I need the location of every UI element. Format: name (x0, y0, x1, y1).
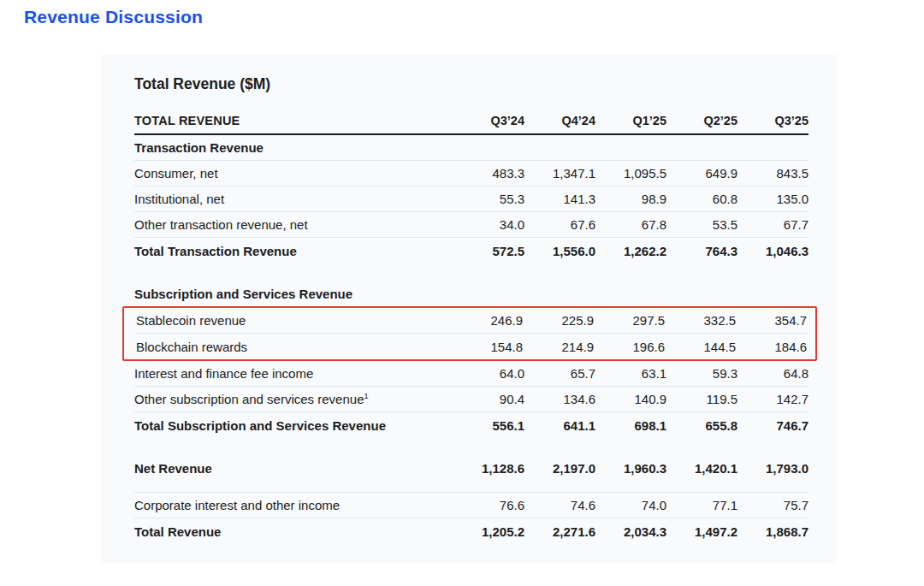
value-cell: 1,497.2 (666, 524, 737, 539)
row-label: Corporate interest and other income (134, 498, 453, 512)
value-cell: 1,960.3 (595, 461, 666, 476)
value-cell: 67.8 (595, 217, 666, 232)
value-cell: 1,868.7 (737, 524, 808, 539)
data-row: Blockchain rewards154.8214.9196.6144.518… (136, 334, 807, 359)
value-cell: 63.1 (595, 366, 666, 381)
value-cell: 698.1 (595, 418, 666, 433)
data-row: Corporate interest and other income76.67… (134, 493, 808, 518)
value-cell: 1,046.3 (737, 244, 808, 258)
spacer (134, 263, 808, 281)
value-cell: 74.0 (595, 498, 666, 512)
value-cell: 332.5 (665, 313, 736, 328)
row-label: Subscription and Services Revenue (134, 287, 808, 301)
value-cell: 64.0 (453, 366, 524, 381)
row-label: Other subscription and services revenue1 (134, 392, 453, 406)
section-header-row: Subscription and Services Revenue (134, 281, 808, 306)
value-cell: 746.7 (737, 418, 808, 433)
value-cell: 67.6 (524, 217, 595, 232)
row-label: Stablecoin revenue (136, 313, 452, 328)
total-row: Total Subscription and Services Revenue5… (134, 412, 808, 438)
row-label: Interest and finance fee income (134, 366, 453, 381)
value-cell: 1,205.2 (453, 524, 524, 539)
value-cell: 297.5 (594, 313, 665, 328)
value-cell: 141.3 (524, 192, 595, 206)
value-cell: 53.5 (666, 217, 737, 232)
row-label: Net Revenue (134, 461, 453, 476)
value-cell: 1,420.1 (666, 461, 737, 476)
value-cell: 64.8 (737, 366, 808, 381)
data-row: Institutional, net55.3141.398.960.8135.0 (134, 186, 808, 212)
value-cell: 98.9 (595, 192, 666, 206)
column-header-q4-24: Q4’24 (524, 114, 595, 127)
row-label: Other transaction revenue, net (134, 217, 453, 232)
value-cell: 843.5 (737, 166, 808, 181)
total-row: Total Transaction Revenue572.51,556.01,2… (134, 238, 808, 263)
value-cell: 2,034.3 (595, 524, 666, 539)
value-cell: 60.8 (666, 192, 737, 206)
value-cell: 135.0 (737, 192, 808, 206)
value-cell: 65.7 (524, 366, 595, 381)
value-cell: 77.1 (666, 498, 737, 512)
value-cell: 641.1 (524, 418, 595, 433)
row-label: Blockchain rewards (136, 340, 452, 354)
spacer (134, 438, 808, 455)
column-header-q3-24: Q3’24 (453, 114, 524, 127)
value-cell: 655.8 (666, 418, 737, 433)
value-cell: 649.9 (666, 166, 737, 181)
column-header-q2-25: Q2’25 (666, 114, 737, 127)
value-cell: 1,556.0 (524, 244, 595, 258)
value-cell: 2,271.6 (524, 524, 595, 539)
value-cell: 214.9 (523, 340, 594, 354)
row-label: Total Revenue (134, 524, 453, 539)
value-cell: 184.6 (736, 340, 807, 354)
data-row: Other transaction revenue, net34.067.667… (134, 212, 808, 238)
value-cell: 225.9 (523, 313, 594, 328)
value-cell: 1,347.1 (524, 166, 595, 181)
data-row: Consumer, net483.31,347.11,095.5649.9843… (134, 161, 808, 186)
value-cell: 556.1 (453, 418, 524, 433)
value-cell: 1,262.2 (595, 244, 666, 258)
spacer-line (134, 481, 808, 493)
data-row: Interest and finance fee income64.065.76… (134, 361, 808, 387)
total-row: Total Revenue1,205.22,271.62,034.31,497.… (134, 518, 808, 544)
value-cell: 90.4 (453, 392, 524, 406)
section-header-row: Transaction Revenue (134, 135, 808, 161)
row-label: Consumer, net (134, 166, 453, 181)
value-cell: 154.8 (452, 340, 523, 354)
value-cell: 119.5 (666, 392, 737, 406)
data-row: Stablecoin revenue246.9225.9297.5332.535… (136, 308, 807, 334)
table-body: Transaction RevenueConsumer, net483.31,3… (134, 135, 808, 544)
revenue-table-card: Total Revenue ($M) TOTAL REVENUE Q3’24 Q… (101, 55, 837, 563)
table-header-row: TOTAL REVENUE Q3’24 Q4’24 Q1’25 Q2’25 Q3… (134, 108, 808, 135)
value-cell: 59.3 (666, 366, 737, 381)
table-header-label: TOTAL REVENUE (134, 114, 453, 127)
value-cell: 1,793.0 (737, 461, 808, 476)
value-cell: 76.6 (453, 498, 524, 512)
row-label: Transaction Revenue (134, 140, 808, 155)
row-label: Total Subscription and Services Revenue (134, 418, 453, 433)
value-cell: 1,128.6 (453, 461, 524, 476)
value-cell: 1,095.5 (595, 166, 666, 181)
value-cell: 354.7 (736, 313, 807, 328)
value-cell: 75.7 (737, 498, 808, 512)
value-cell: 134.6 (524, 392, 595, 406)
value-cell: 140.9 (595, 392, 666, 406)
column-header-q1-25: Q1’25 (595, 114, 666, 127)
value-cell: 144.5 (665, 340, 736, 354)
value-cell: 572.5 (453, 244, 524, 258)
row-label: Total Transaction Revenue (134, 244, 453, 258)
value-cell: 2,197.0 (524, 461, 595, 476)
value-cell: 74.6 (524, 498, 595, 512)
value-cell: 246.9 (452, 313, 523, 328)
footnote-marker: 1 (364, 392, 368, 400)
column-header-q3-25: Q3’25 (737, 114, 808, 127)
table-title: Total Revenue ($M) (134, 75, 808, 93)
page-title: Revenue Discussion (24, 7, 203, 27)
value-cell: 196.6 (594, 340, 665, 354)
value-cell: 483.3 (453, 166, 524, 181)
highlight-annotation-box: Stablecoin revenue246.9225.9297.5332.535… (122, 306, 817, 361)
data-row: Other subscription and services revenue1… (134, 387, 808, 412)
value-cell: 67.7 (737, 217, 808, 232)
row-label: Institutional, net (134, 192, 453, 206)
value-cell: 764.3 (666, 244, 737, 258)
